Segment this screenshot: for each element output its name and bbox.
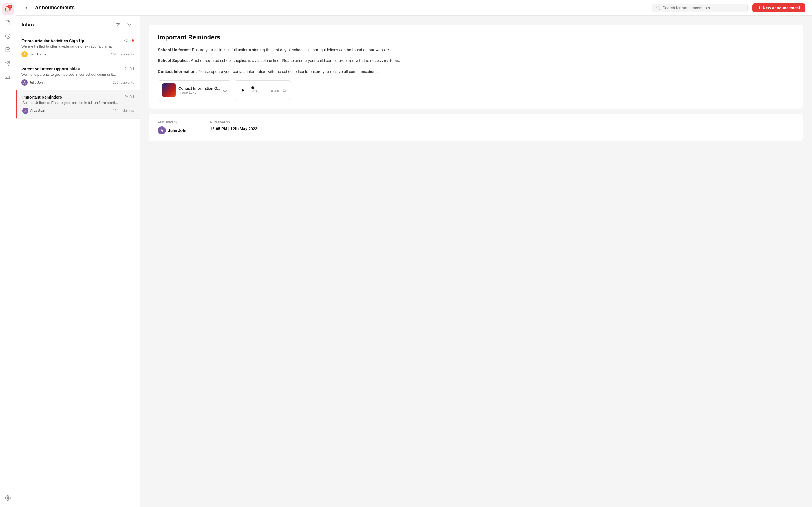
settings-icon[interactable]	[2, 492, 13, 504]
item-footer: A Julia John 256 recipients	[21, 79, 134, 86]
audio-player[interactable]: 00:00 00:06	[235, 80, 291, 100]
sidebar-item-history[interactable]	[2, 31, 13, 42]
svg-marker-21	[128, 23, 131, 26]
item-author: A Arya Stan	[22, 108, 45, 114]
timeline-dot	[252, 87, 254, 89]
notification-badge: 9	[8, 4, 12, 8]
svg-point-19	[118, 24, 119, 25]
timeline-bar	[251, 88, 279, 89]
paragraph-contact: Contact Information: Please update your …	[158, 68, 794, 75]
publisher-info: A Julia John	[158, 126, 188, 134]
sidebar: 9	[0, 0, 16, 507]
svg-marker-23	[242, 89, 245, 92]
published-on-section: Published on 12:05 PM | 12th May 2022	[210, 120, 257, 134]
published-date: 12:05 PM | 12th May 2022	[210, 126, 257, 131]
page-title: Announcements	[35, 5, 647, 11]
author-name: Julia John	[29, 80, 45, 84]
main-area: Announcements New announcement Inbox	[16, 0, 812, 507]
item-footer: S Sam Harris 1024 recipients	[21, 51, 134, 57]
published-by-section: Published by A Julia John	[158, 120, 188, 134]
item-author: A Julia John	[21, 79, 45, 86]
bold-contact: Contact Information:	[158, 69, 197, 74]
item-preview: We invite parents to get involved in our…	[21, 72, 134, 76]
paragraph-supplies: School Supplies: A list of required scho…	[158, 57, 794, 64]
text-supplies: A list of required school supplies is av…	[191, 58, 400, 63]
inbox-panel: Inbox	[16, 16, 140, 507]
search-input[interactable]	[663, 6, 744, 10]
item-footer: A Arya Stan 124 recipients	[22, 108, 134, 114]
audio-timeline: 00:00 00:06	[251, 88, 279, 93]
announcement-item-extracurricular[interactable]: Extracurricular Activities Sign-Up 42m W…	[16, 34, 140, 62]
paragraph-uniforms: School Uniforms: Ensure your child is in…	[158, 47, 794, 53]
inbox-title: Inbox	[21, 22, 114, 28]
avatar: S	[21, 51, 28, 57]
announcement-item-important-reminders[interactable]: Important Reminders 24 Jul School Unifor…	[16, 91, 140, 119]
content-area: Inbox	[16, 16, 812, 507]
attachment-info: Contact Information G... Image 13kB	[179, 86, 220, 94]
detail-body: School Uniforms: Ensure your child is in…	[158, 47, 794, 75]
detail-card: Important Reminders School Uniforms: Ens…	[149, 25, 803, 109]
new-announcement-button[interactable]: New announcement	[752, 3, 805, 12]
item-time: 24 Jul	[125, 95, 134, 99]
detail-title: Important Reminders	[158, 34, 794, 41]
filter-icon	[127, 22, 132, 27]
bold-supplies: School Supplies:	[158, 58, 190, 63]
published-by-label: Published by	[158, 120, 188, 124]
item-preview: We are thrilled to offer a wide range of…	[21, 44, 134, 48]
image-attachment[interactable]: Contact Information G... Image 13kB	[158, 80, 231, 100]
text-uniforms: Ensure your child is in full uniform sta…	[192, 48, 390, 52]
sidebar-item-documents[interactable]	[2, 17, 13, 28]
detail-panel: Important Reminders School Uniforms: Ens…	[140, 16, 812, 507]
play-button[interactable]	[239, 86, 247, 94]
item-recipients: 124 recipients	[113, 109, 134, 113]
svg-point-20	[117, 25, 118, 26]
item-time: 42m	[124, 39, 134, 43]
item-time: 24 Jul	[125, 67, 134, 71]
attachment-name: Contact Information G...	[179, 86, 220, 91]
total-time: 00:06	[271, 90, 279, 93]
avatar: A	[21, 79, 28, 86]
item-recipients: 1024 recipients	[111, 52, 134, 56]
item-title: Parent Volunteer Opportunities	[21, 67, 80, 71]
announcement-item-parent-volunteer[interactable]: Parent Volunteer Opportunities 24 Jul We…	[16, 62, 140, 91]
new-announcement-label: New announcement	[763, 6, 800, 10]
publisher-avatar: A	[158, 126, 166, 134]
item-title: Extracurricular Activities Sign-Up	[21, 39, 84, 43]
bold-uniforms: School Uniforms:	[158, 48, 191, 52]
timeline-times: 00:00 00:06	[251, 90, 279, 93]
publisher-name: Julia John	[168, 128, 188, 133]
svg-point-10	[7, 497, 8, 499]
svg-line-12	[659, 8, 660, 9]
item-author: S Sam Harris	[21, 51, 46, 57]
search-icon	[656, 6, 660, 10]
download-image-button[interactable]	[223, 88, 227, 93]
current-time: 00:00	[251, 90, 259, 93]
sidebar-item-send[interactable]	[2, 57, 13, 69]
sliders-icon	[116, 22, 120, 27]
plus-icon	[757, 6, 761, 10]
back-button[interactable]	[22, 4, 31, 12]
sidebar-item-tasks[interactable]	[2, 44, 13, 55]
search-bar[interactable]	[652, 4, 748, 12]
svg-point-18	[117, 23, 118, 24]
sidebar-item-announcements[interactable]: 9	[2, 3, 13, 15]
sort-button[interactable]	[125, 20, 134, 29]
attachment-size: Image 13kB	[179, 91, 220, 94]
topbar: Announcements New announcement	[16, 0, 812, 16]
text-contact: Please update your contact information w…	[198, 69, 378, 74]
author-name: Sam Harris	[29, 52, 46, 56]
item-title: Important Reminders	[22, 95, 62, 100]
inbox-actions	[114, 20, 134, 29]
avatar: A	[22, 108, 29, 114]
published-card: Published by A Julia John Published on 1…	[149, 114, 803, 141]
item-preview: School Uniforms: Ensure your child is in…	[22, 101, 134, 105]
inbox-header: Inbox	[16, 16, 140, 34]
published-on-label: Published on	[210, 120, 257, 124]
item-recipients: 256 recipients	[113, 80, 134, 84]
unread-dot	[132, 40, 134, 42]
attachment-thumbnail	[162, 83, 175, 97]
attachments-section: Contact Information G... Image 13kB	[158, 80, 794, 100]
sidebar-item-analytics[interactable]	[2, 71, 13, 82]
filter-button[interactable]	[114, 20, 123, 29]
download-audio-button[interactable]	[282, 88, 286, 93]
